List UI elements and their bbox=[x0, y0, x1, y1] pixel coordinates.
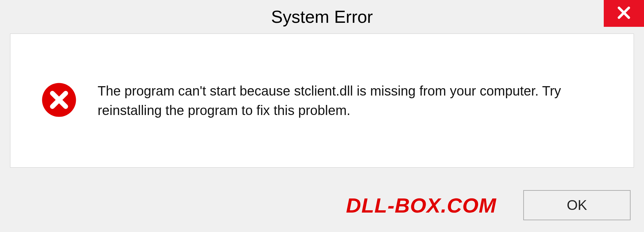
brand-watermark: DLL-BOX.COM bbox=[346, 193, 496, 217]
close-button[interactable] bbox=[604, 0, 644, 27]
error-icon bbox=[41, 81, 77, 120]
error-message: The program can't start because stclient… bbox=[98, 81, 603, 120]
dialog-title: System Error bbox=[271, 7, 373, 27]
footer: DLL-BOX.COM OK bbox=[0, 178, 644, 232]
close-icon bbox=[616, 5, 631, 21]
content-panel: The program can't start because stclient… bbox=[10, 34, 634, 168]
ok-button[interactable]: OK bbox=[523, 190, 631, 220]
title-bar: System Error bbox=[0, 0, 644, 34]
